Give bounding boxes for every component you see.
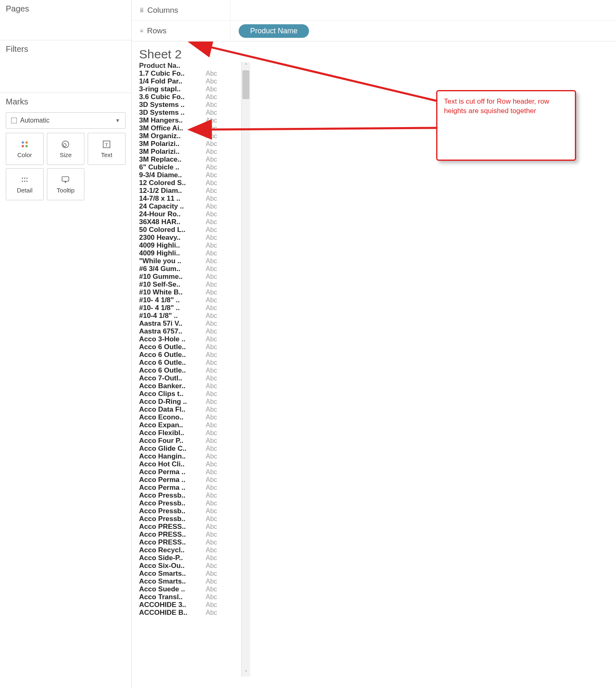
row-header-cell[interactable]: #10 Gumme.. bbox=[137, 273, 203, 280]
table-row[interactable]: #10 White B..Abc bbox=[137, 288, 241, 296]
table-row[interactable]: 3M Office Ai..Abc bbox=[137, 124, 241, 132]
table-row[interactable]: 3M Organiz..Abc bbox=[137, 132, 241, 140]
table-column-header[interactable]: Product Na.. bbox=[137, 62, 203, 69]
row-header-cell[interactable]: Acco Hot Cli.. bbox=[137, 461, 203, 468]
row-header-cell[interactable]: Acco 6 Outle.. bbox=[137, 351, 203, 358]
table-row[interactable]: Acco 3-Hole ..Abc bbox=[137, 335, 241, 343]
table-row[interactable]: ACCOHIDE 3..Abc bbox=[137, 601, 241, 609]
table-row[interactable]: 6" Cubicle ..Abc bbox=[137, 163, 241, 171]
marks-type-select[interactable]: Automatic ▼ bbox=[6, 112, 126, 129]
row-header-cell[interactable]: Acco Recycl.. bbox=[137, 547, 203, 554]
row-header-cell[interactable]: "While you .. bbox=[137, 257, 203, 264]
table-row[interactable]: 12-1/2 Diam..Abc bbox=[137, 187, 241, 195]
table-row[interactable]: 3M Polarizi..Abc bbox=[137, 140, 241, 148]
table-row[interactable]: Acco PRESS..Abc bbox=[137, 538, 241, 546]
table-row[interactable]: Acco Pressb..Abc bbox=[137, 499, 241, 507]
table-row[interactable]: #10- 4 1/8" ..Abc bbox=[137, 296, 241, 304]
table-row[interactable]: 4009 Highli..Abc bbox=[137, 241, 241, 249]
table-row[interactable]: Acco Glide C..Abc bbox=[137, 445, 241, 452]
table-row[interactable]: Acco 6 Outle..Abc bbox=[137, 366, 241, 374]
table-row[interactable]: Acco 6 Outle..Abc bbox=[137, 359, 241, 366]
row-header-cell[interactable]: Acco PRESS.. bbox=[137, 523, 203, 530]
table-row[interactable]: Acco Expan..Abc bbox=[137, 421, 241, 429]
row-header-cell[interactable]: #6 3/4 Gum.. bbox=[137, 265, 203, 272]
table-row[interactable]: #10 Gumme..Abc bbox=[137, 273, 241, 280]
table-row[interactable]: Acco PRESS..Abc bbox=[137, 523, 241, 530]
table-row[interactable]: 36X48 HAR..Abc bbox=[137, 218, 241, 226]
rows-pill-product-name[interactable]: Product Name bbox=[239, 24, 309, 38]
row-header-cell[interactable]: #10 Self-Se.. bbox=[137, 281, 203, 288]
row-header-cell[interactable]: 3M Organiz.. bbox=[137, 132, 203, 139]
table-row[interactable]: 3M Polarizi..Abc bbox=[137, 148, 241, 155]
row-header-cell[interactable]: Acco Four P.. bbox=[137, 437, 203, 444]
table-row[interactable]: Acco Six-Ou..Abc bbox=[137, 562, 241, 570]
row-header-cell[interactable]: Acco Pressb.. bbox=[137, 515, 203, 522]
table-row[interactable]: #6 3/4 Gum..Abc bbox=[137, 265, 241, 273]
row-header-cell[interactable]: 3M Hangers.. bbox=[137, 117, 203, 124]
scroll-thumb[interactable] bbox=[242, 70, 249, 99]
row-header-cell[interactable]: Acco Perma .. bbox=[137, 468, 203, 475]
table-row[interactable]: Acco D-Ring ..Abc bbox=[137, 398, 241, 405]
row-header-cell[interactable]: Acco Hangin.. bbox=[137, 453, 203, 460]
marks-text-button[interactable]: T Text bbox=[88, 133, 126, 165]
row-header-cell[interactable]: Acco Econo.. bbox=[137, 414, 203, 421]
row-header-cell[interactable]: Aastra 6757.. bbox=[137, 328, 203, 335]
table-row[interactable]: 3M Hangers..Abc bbox=[137, 116, 241, 124]
scroll-up-icon[interactable]: ˄ bbox=[242, 63, 250, 69]
row-header-cell[interactable]: 6" Cubicle .. bbox=[137, 164, 203, 171]
row-header-cell[interactable]: Acco Flexibl.. bbox=[137, 429, 203, 436]
rows-shelf[interactable]: ≡ Rows Product Name bbox=[132, 21, 616, 41]
table-row[interactable]: Acco 6 Outle..Abc bbox=[137, 351, 241, 359]
columns-shelf[interactable]: ⅲ Columns bbox=[132, 0, 616, 21]
marks-detail-button[interactable]: Detail bbox=[6, 168, 44, 200]
viz-scrollbar[interactable]: ˄ ˅ bbox=[241, 62, 250, 676]
row-header-cell[interactable]: 4009 Highli.. bbox=[137, 250, 203, 257]
table-row[interactable]: Acco Four P..Abc bbox=[137, 437, 241, 445]
row-header-cell[interactable]: Acco Smarts.. bbox=[137, 578, 203, 585]
table-row[interactable]: 3M Replace..Abc bbox=[137, 155, 241, 163]
table-row[interactable]: Acco Pressb..Abc bbox=[137, 507, 241, 515]
row-header-cell[interactable]: Aastra 57i V.. bbox=[137, 320, 203, 327]
table-row[interactable]: Acco Clips t..Abc bbox=[137, 390, 241, 398]
table-row[interactable]: 3.6 Cubic Fo..Abc bbox=[137, 93, 241, 101]
row-header-cell[interactable]: Acco Pressb.. bbox=[137, 507, 203, 514]
table-row[interactable]: Acco 6 Outle..Abc bbox=[137, 343, 241, 351]
table-row[interactable]: Acco Perma ..Abc bbox=[137, 468, 241, 476]
table-row[interactable]: Acco Side-P..Abc bbox=[137, 554, 241, 562]
row-header-cell[interactable]: Acco 6 Outle.. bbox=[137, 359, 203, 366]
row-header-cell[interactable]: 3D Systems .. bbox=[137, 101, 203, 108]
table-row[interactable]: 3-ring stapl..Abc bbox=[137, 85, 241, 93]
row-header-cell[interactable]: Acco D-Ring .. bbox=[137, 398, 203, 405]
row-header-cell[interactable]: #10- 4 1/8" .. bbox=[137, 304, 203, 311]
scroll-down-icon[interactable]: ˅ bbox=[242, 670, 250, 676]
table-row[interactable]: Acco Perma ..Abc bbox=[137, 484, 241, 491]
table-row[interactable]: Acco PRESS..Abc bbox=[137, 530, 241, 538]
table-row[interactable]: ACCOHIDE B..Abc bbox=[137, 609, 241, 616]
row-header-cell[interactable]: 9-3/4 Diame.. bbox=[137, 171, 203, 178]
row-header-cell[interactable]: Acco 7-Outl.. bbox=[137, 375, 203, 382]
row-header-cell[interactable]: 12-1/2 Diam.. bbox=[137, 187, 203, 194]
table-row[interactable]: Acco Recycl..Abc bbox=[137, 546, 241, 554]
table-row[interactable]: 3D Systems ..Abc bbox=[137, 101, 241, 109]
table-row[interactable]: 3D Systems ..Abc bbox=[137, 109, 241, 116]
row-header-cell[interactable]: Acco Glide C.. bbox=[137, 445, 203, 452]
row-header-cell[interactable]: Acco 6 Outle.. bbox=[137, 343, 203, 350]
table-row[interactable]: Acco Econo..Abc bbox=[137, 413, 241, 421]
table-row[interactable]: 50 Colored L..Abc bbox=[137, 226, 241, 234]
table-row[interactable]: 1/4 Fold Par..Abc bbox=[137, 77, 241, 85]
table-row[interactable]: 4009 Highli..Abc bbox=[137, 249, 241, 257]
table-row[interactable]: Acco Banker..Abc bbox=[137, 382, 241, 390]
row-header-cell[interactable]: 3.6 Cubic Fo.. bbox=[137, 93, 203, 100]
row-header-cell[interactable]: 3M Office Ai.. bbox=[137, 125, 203, 132]
row-header-cell[interactable]: 50 Colored L.. bbox=[137, 226, 203, 233]
table-row[interactable]: Acco Data Fl..Abc bbox=[137, 405, 241, 413]
table-row[interactable]: Acco Pressb..Abc bbox=[137, 491, 241, 499]
table-row[interactable]: #10- 4 1/8" ..Abc bbox=[137, 304, 241, 312]
row-header-cell[interactable]: 4009 Highli.. bbox=[137, 242, 203, 249]
table-row[interactable]: 24-Hour Ro..Abc bbox=[137, 210, 241, 218]
table-row[interactable]: Acco Flexibl..Abc bbox=[137, 429, 241, 437]
row-header-cell[interactable]: 3M Replace.. bbox=[137, 156, 203, 163]
row-header-cell[interactable]: Acco Transl.. bbox=[137, 593, 203, 600]
row-header-cell[interactable]: #10-4 1/8" .. bbox=[137, 312, 203, 319]
row-header-cell[interactable]: Acco Data Fl.. bbox=[137, 406, 203, 413]
